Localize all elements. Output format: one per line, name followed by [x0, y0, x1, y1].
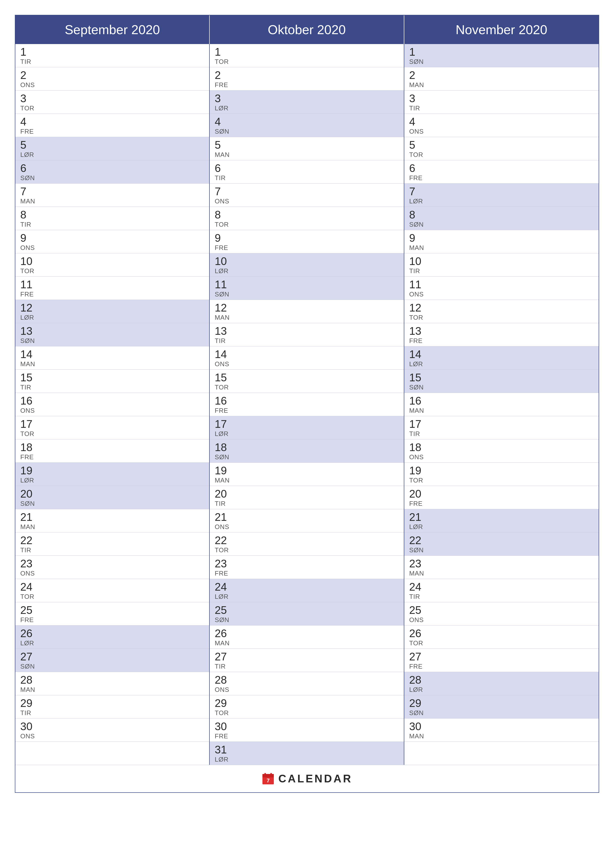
day-name: LØR	[215, 104, 399, 112]
day-number: 15	[409, 372, 594, 383]
month-header-oktober: Oktober 2020	[210, 16, 404, 44]
month-column-0: 1TIR2ONS3TOR4FRE5LØR6SØN7MAN8TIR9ONS10TO…	[16, 44, 210, 765]
day-name: ONS	[20, 407, 204, 414]
day-row: 7ONS	[210, 184, 404, 207]
day-row: 18ONS	[404, 439, 598, 463]
day-row: 14MAN	[16, 346, 209, 370]
day-number: 29	[215, 698, 399, 708]
day-row: 7MAN	[16, 184, 209, 207]
day-row: 26TOR	[404, 626, 598, 649]
day-row: 24LØR	[210, 579, 404, 602]
day-name: FRE	[20, 616, 204, 624]
day-row: 30ONS	[16, 719, 209, 742]
day-name: TOR	[215, 709, 399, 717]
day-row: 31LØR	[210, 742, 404, 765]
day-name: LØR	[215, 593, 399, 600]
day-name: ONS	[20, 81, 204, 89]
day-number: 24	[20, 581, 204, 592]
day-name: TIR	[20, 58, 204, 65]
day-name: SØN	[215, 290, 399, 298]
day-number: 8	[215, 209, 399, 220]
day-name: LØR	[409, 523, 594, 531]
day-row: 9FRE	[210, 230, 404, 253]
day-name: TIR	[20, 383, 204, 391]
day-name: FRE	[215, 570, 399, 577]
day-row: 16MAN	[404, 393, 598, 416]
day-name: FRE	[20, 453, 204, 461]
day-name: LØR	[215, 756, 399, 763]
day-row: 2FRE	[210, 67, 404, 91]
day-row: 6TIR	[210, 160, 404, 184]
day-number: 14	[409, 349, 594, 360]
day-number: 13	[20, 326, 204, 336]
day-number: 27	[215, 651, 399, 662]
day-name: MAN	[20, 686, 204, 694]
day-row: 17TOR	[16, 416, 209, 439]
day-row: 20FRE	[404, 486, 598, 509]
day-number: 23	[215, 558, 399, 569]
day-row: 8SØN	[404, 207, 598, 230]
day-name: MAN	[215, 314, 399, 321]
day-row: 14ONS	[210, 346, 404, 370]
day-name: SØN	[409, 383, 594, 391]
day-name: TOR	[20, 267, 204, 275]
day-number: 27	[409, 651, 594, 662]
svg-rect-3	[270, 773, 272, 776]
day-name: SØN	[215, 616, 399, 624]
day-name: SØN	[20, 337, 204, 345]
day-row: 28ONS	[210, 672, 404, 695]
day-number: 28	[409, 674, 594, 685]
day-name: SØN	[409, 58, 594, 65]
day-name: SØN	[215, 453, 399, 461]
day-name: ONS	[409, 290, 594, 298]
logo-container: 7 CALENDAR	[261, 772, 353, 785]
day-number: 29	[409, 698, 594, 708]
day-name: MAN	[409, 81, 594, 89]
day-number: 3	[215, 93, 399, 104]
day-row: 16FRE	[210, 393, 404, 416]
day-row: 14LØR	[404, 346, 598, 370]
day-row: 18FRE	[16, 439, 209, 463]
day-name: ONS	[409, 616, 594, 624]
day-name: FRE	[20, 290, 204, 298]
day-name: ONS	[215, 197, 399, 205]
day-name: TOR	[20, 593, 204, 600]
day-name: TIR	[20, 221, 204, 228]
day-row: 27TIR	[210, 649, 404, 672]
day-name: MAN	[20, 360, 204, 368]
month-header-november: November 2020	[404, 16, 598, 44]
day-number: 11	[215, 279, 399, 290]
day-row: 29TIR	[16, 695, 209, 719]
day-number: 25	[20, 605, 204, 615]
day-row: 12LØR	[16, 300, 209, 323]
day-name: TOR	[20, 104, 204, 112]
day-name: FRE	[215, 732, 399, 740]
day-name: TOR	[409, 151, 594, 159]
day-name: LØR	[409, 686, 594, 694]
day-number: 21	[409, 512, 594, 522]
day-row	[16, 742, 209, 761]
day-number: 18	[409, 442, 594, 453]
day-name: TIR	[409, 104, 594, 112]
calendar-container: September 2020 Oktober 2020 November 202…	[15, 15, 599, 793]
day-name: TIR	[215, 337, 399, 345]
day-number: 21	[20, 512, 204, 522]
day-number: 17	[409, 418, 594, 429]
day-number: 2	[215, 70, 399, 81]
day-number: 21	[215, 512, 399, 522]
day-number: 27	[20, 651, 204, 662]
day-name: TIR	[215, 663, 399, 670]
day-number: 29	[20, 698, 204, 708]
day-row: 2ONS	[16, 67, 209, 91]
day-row: 7LØR	[404, 184, 598, 207]
day-number: 6	[215, 163, 399, 174]
day-name: ONS	[409, 453, 594, 461]
day-name: ONS	[20, 732, 204, 740]
day-number: 6	[20, 163, 204, 174]
day-number: 25	[215, 605, 399, 615]
day-name: FRE	[409, 337, 594, 345]
day-name: ONS	[20, 570, 204, 577]
day-row: 8TIR	[16, 207, 209, 230]
day-name: MAN	[409, 570, 594, 577]
day-name: SØN	[20, 663, 204, 670]
